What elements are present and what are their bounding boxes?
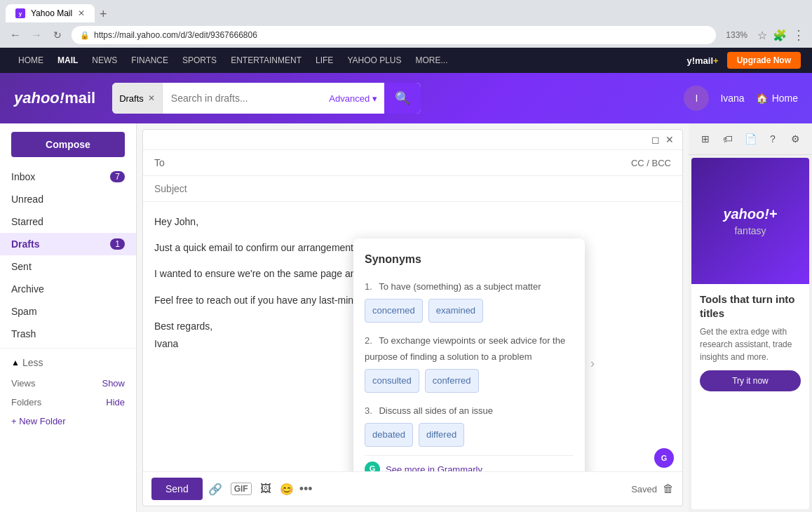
- browser-icon-star[interactable]: ☆: [757, 29, 767, 42]
- synonym-definition-3: 3. Discuss all sides of an issue debated…: [365, 403, 574, 447]
- link-icon[interactable]: 🔗: [208, 483, 222, 496]
- grid-icon[interactable]: ⊞: [696, 129, 715, 149]
- browser-menu-icon[interactable]: ⋮: [792, 27, 805, 43]
- sidebar-inbox-label: Inbox: [11, 171, 35, 182]
- nav-news[interactable]: NEWS: [85, 55, 124, 65]
- back-button[interactable]: ←: [7, 27, 24, 43]
- reload-button[interactable]: ↻: [49, 27, 66, 43]
- synonyms-popup: Synonyms 1. To have (something) as a sub…: [353, 238, 585, 471]
- compose-toolbar: ◻ ✕: [143, 130, 682, 150]
- to-label: To: [154, 157, 171, 168]
- send-button[interactable]: Send: [151, 478, 203, 500]
- main-layout: Compose Inbox 7 Unread Starred Drafts 1 …: [0, 123, 812, 512]
- doc-icon[interactable]: 📄: [740, 129, 760, 149]
- browser-tab[interactable]: y Yahoo Mail ✕: [6, 4, 95, 22]
- synonym-tags-2: consulted conferred: [365, 369, 574, 392]
- upgrade-now-button[interactable]: Upgrade Now: [727, 52, 801, 69]
- advanced-label: Advanced: [329, 93, 370, 104]
- advanced-search-button[interactable]: Advanced ▾: [322, 93, 384, 104]
- close-compose-button[interactable]: ✕: [665, 134, 674, 145]
- grammarly-badge[interactable]: G: [654, 448, 674, 468]
- add-tab-button[interactable]: +: [95, 6, 111, 22]
- popup-arrow-icon: ›: [590, 352, 595, 375]
- sidebar-unread-label: Unread: [11, 194, 43, 205]
- yahoo-mail-logo: yahoo!mail: [14, 89, 95, 107]
- search-input[interactable]: [163, 93, 323, 104]
- tab-close-icon[interactable]: ✕: [78, 8, 85, 18]
- sidebar-item-starred[interactable]: Starred: [0, 210, 136, 233]
- badge-icon[interactable]: 🏷: [718, 129, 738, 149]
- nav-more[interactable]: MORE...: [409, 55, 455, 65]
- chevron-up-icon: ▲: [11, 358, 20, 368]
- home-button[interactable]: 🏠 Home: [756, 93, 798, 104]
- synonym-tag-concerned[interactable]: concerned: [365, 299, 423, 322]
- nav-home[interactable]: HOME: [11, 55, 50, 65]
- sidebar-item-sent[interactable]: Sent: [0, 255, 136, 278]
- to-input[interactable]: [180, 157, 631, 168]
- subject-input[interactable]: [154, 183, 671, 194]
- nav-sports[interactable]: SPORTS: [175, 55, 224, 65]
- folders-label: Folders: [11, 397, 41, 407]
- help-icon[interactable]: ?: [763, 129, 783, 149]
- sidebar-drafts-label: Drafts: [11, 238, 39, 250]
- nav-life[interactable]: LIFE: [309, 55, 340, 65]
- sidebar-archive-label: Archive: [11, 283, 44, 295]
- ad-bottom-text: Get the extra edge with research assista…: [700, 325, 801, 363]
- def-3-text: Discuss all sides of an issue: [379, 405, 493, 416]
- nav-yahoo-plus[interactable]: YAHOO PLUS: [340, 55, 408, 65]
- compose-subject-row: [143, 176, 682, 202]
- tab-title: Yahoo Mail: [31, 8, 72, 18]
- def-1-num: 1.: [365, 281, 372, 292]
- sidebar-item-unread[interactable]: Unread: [0, 188, 136, 210]
- sidebar-item-spam[interactable]: Spam: [0, 300, 136, 323]
- delete-draft-icon[interactable]: 🗑: [663, 483, 674, 495]
- sidebar-item-drafts[interactable]: Drafts 1: [0, 233, 136, 255]
- forward-button[interactable]: →: [28, 27, 45, 43]
- show-label[interactable]: Show: [102, 378, 125, 389]
- maximize-button[interactable]: ◻: [651, 134, 660, 145]
- browser-icon-ext[interactable]: 🧩: [773, 29, 787, 42]
- search-tag-label: Drafts: [119, 93, 144, 104]
- new-folder-button[interactable]: + New Folder: [0, 412, 136, 431]
- browser-nav-buttons: ← → ↻: [7, 27, 66, 43]
- synonym-tag-differed[interactable]: differed: [419, 423, 464, 446]
- more-options-button[interactable]: •••: [299, 482, 313, 497]
- yahoo-top-nav: HOME MAIL NEWS FINANCE SPORTS ENTERTAINM…: [0, 48, 812, 73]
- footer-icons: 🔗 GIF 🖼 😊: [208, 483, 294, 496]
- address-bar[interactable]: 🔒 https://mail.yahoo.com/d/3/edit/936766…: [72, 26, 716, 44]
- nav-entertainment[interactable]: ENTERTAINMENT: [224, 55, 309, 65]
- zoom-level: 133%: [726, 30, 747, 40]
- compose-body[interactable]: Hey John, Just a quick email to confirm …: [143, 202, 682, 471]
- right-panel-icons: ⊞ 🏷 📄 ? ⚙: [689, 123, 812, 155]
- nav-finance[interactable]: FINANCE: [124, 55, 175, 65]
- saved-status: Saved: [631, 484, 657, 494]
- synonym-tag-conferred[interactable]: conferred: [425, 369, 479, 392]
- nav-mail[interactable]: MAIL: [50, 55, 85, 65]
- search-button[interactable]: 🔍: [384, 83, 421, 114]
- sidebar-folders-section: Folders Hide: [0, 393, 136, 412]
- sidebar: Compose Inbox 7 Unread Starred Drafts 1 …: [0, 123, 137, 512]
- synonym-tag-debated[interactable]: debated: [365, 423, 413, 446]
- search-tag-close-icon[interactable]: ✕: [148, 93, 155, 103]
- synonym-tag-examined[interactable]: examined: [428, 299, 483, 322]
- hide-label[interactable]: Hide: [106, 397, 125, 407]
- synonym-tag-consulted[interactable]: consulted: [365, 369, 419, 392]
- sidebar-less-toggle[interactable]: ▲ Less: [0, 351, 136, 374]
- ad-cta-button[interactable]: Try it now: [700, 370, 801, 391]
- cc-bcc-button[interactable]: CC / BCC: [631, 158, 671, 168]
- compose-button[interactable]: Compose: [11, 132, 125, 157]
- see-more-grammarly-link[interactable]: See more in Grammarly: [386, 462, 574, 471]
- image-icon[interactable]: 🖼: [260, 483, 271, 495]
- sidebar-spam-label: Spam: [11, 306, 37, 317]
- main-header: yahoo!mail Drafts ✕ Advanced ▾ 🔍 I Ivana…: [0, 73, 812, 123]
- gif-icon[interactable]: GIF: [231, 483, 252, 495]
- chevron-down-icon: ▾: [372, 93, 377, 104]
- sidebar-item-trash[interactable]: Trash: [0, 323, 136, 345]
- settings-icon[interactable]: ⚙: [785, 129, 805, 149]
- sidebar-item-archive[interactable]: Archive: [0, 278, 136, 300]
- grammarly-logo-icon: G: [365, 462, 380, 471]
- less-label: Less: [22, 357, 43, 368]
- sidebar-item-inbox[interactable]: Inbox 7: [0, 166, 136, 188]
- synonym-def-1-header: 1. To have (something) as a subject matt…: [365, 278, 574, 295]
- emoji-icon[interactable]: 😊: [280, 483, 294, 496]
